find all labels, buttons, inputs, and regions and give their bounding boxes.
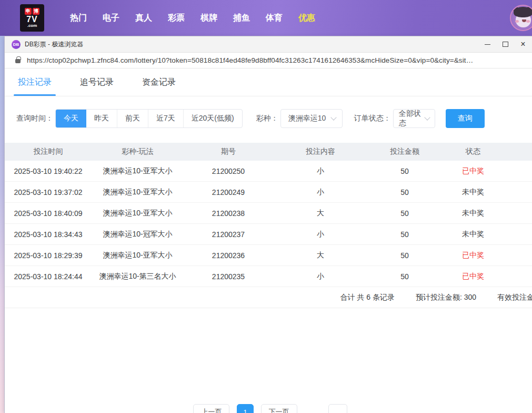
chevron-down-icon bbox=[330, 114, 336, 120]
maximize-icon bbox=[503, 42, 508, 47]
header-cell-5: 投注金额 bbox=[368, 147, 441, 156]
site-logo[interactable]: 申 博 7V .com bbox=[20, 4, 44, 32]
time-option-3[interactable]: 前天 bbox=[117, 110, 148, 127]
cell-content: 小 bbox=[273, 230, 368, 239]
lottery-select[interactable]: 澳洲幸运10 bbox=[280, 109, 343, 128]
summary-valid-amount: 有效投注金额: bbox=[497, 293, 532, 302]
address-bar[interactable]: https://ctop02pchwp1.zfnc84.com/lottery/… bbox=[5, 53, 532, 68]
cell-game: 澳洲幸运10-亚军大小 bbox=[92, 188, 184, 197]
status-select-value: 全部状态 bbox=[399, 109, 421, 128]
next-page-button[interactable]: 下一页 bbox=[261, 404, 297, 413]
header-cell-3: 期号 bbox=[184, 147, 273, 156]
cell-game: 澳洲幸运10-冠军大小 bbox=[92, 230, 184, 239]
cell-amount: 50 bbox=[368, 188, 441, 196]
cell-amount: 50 bbox=[368, 251, 441, 260]
table-row: 2025-03-10 18:24:44澳洲幸运10-第三名大小21200235小… bbox=[5, 266, 532, 287]
window-titlebar[interactable]: DB DB彩票 - 极速浏览器 × bbox=[5, 36, 532, 53]
avatar-blush-icon bbox=[515, 20, 519, 23]
nav-item-3[interactable]: 真人 bbox=[127, 13, 160, 24]
page-jump-input[interactable] bbox=[328, 404, 347, 413]
lock-icon bbox=[15, 59, 21, 63]
cell-content: 大 bbox=[273, 209, 368, 218]
cell-issue: 21200236 bbox=[184, 251, 273, 260]
cell-game: 澳洲幸运10-第三名大小 bbox=[92, 272, 184, 281]
time-range-group: 今天昨天前天近7天近20天(低频) bbox=[55, 109, 243, 128]
cell-content: 小 bbox=[273, 272, 368, 281]
page-1-button[interactable]: 1 bbox=[237, 404, 253, 413]
page-content: 投注记录追号记录资金记录 查询时间： 今天昨天前天近7天近20天(低频) 彩种：… bbox=[5, 68, 532, 308]
minimize-icon bbox=[485, 44, 490, 45]
cell-time: 2025-03-10 18:40:09 bbox=[5, 209, 92, 218]
cell-status: 未中奖 bbox=[441, 209, 505, 218]
time-filter-label: 查询时间： bbox=[16, 114, 53, 123]
time-option-1[interactable]: 今天 bbox=[56, 110, 86, 127]
logo-sub-text: .com bbox=[27, 24, 37, 28]
cell-amount: 50 bbox=[368, 272, 441, 281]
lottery-filter-label: 彩种： bbox=[256, 114, 278, 123]
time-option-5[interactable]: 近20天(低频) bbox=[183, 110, 242, 127]
table-row: 2025-03-10 19:37:02澳洲幸运10-亚军大小21200249小5… bbox=[5, 182, 532, 203]
cell-status: 已中奖 bbox=[441, 166, 505, 176]
window-controls: × bbox=[478, 36, 532, 53]
cell-status: 未中奖 bbox=[441, 188, 505, 197]
cell-time: 2025-03-10 18:34:43 bbox=[5, 230, 92, 239]
pagination: 上一页 1 下一页 bbox=[5, 404, 532, 413]
header-cell-2: 彩种-玩法 bbox=[92, 147, 184, 156]
close-button[interactable]: × bbox=[514, 36, 532, 53]
search-button[interactable]: 查询 bbox=[446, 109, 485, 128]
nav-item-2[interactable]: 电子 bbox=[95, 13, 127, 24]
cell-amount: 50 bbox=[368, 230, 441, 239]
nav-item-8[interactable]: 优惠 bbox=[290, 13, 323, 24]
header-cell-6: 状态 bbox=[441, 147, 505, 156]
cell-game: 澳洲幸运10-亚军大小 bbox=[92, 251, 184, 260]
close-icon: × bbox=[520, 40, 525, 48]
time-option-2[interactable]: 昨天 bbox=[86, 110, 117, 127]
table-body: 2025-03-10 19:40:22澳洲幸运10-亚军大小21200250小5… bbox=[5, 161, 532, 287]
cell-game: 澳洲幸运10-亚军大小 bbox=[92, 209, 184, 218]
status-filter-label: 订单状态： bbox=[354, 114, 391, 123]
header-cell-1: 投注时间 bbox=[5, 147, 92, 156]
tab-1[interactable]: 投注记录 bbox=[18, 77, 52, 96]
table-row: 2025-03-10 19:40:22澳洲幸运10-亚军大小21200250小5… bbox=[5, 161, 532, 182]
nav-item-7[interactable]: 体育 bbox=[258, 13, 290, 24]
record-tabs: 投注记录追号记录资金记录 bbox=[5, 68, 532, 96]
table-row: 2025-03-10 18:34:43澳洲幸运10-冠军大小21200237小5… bbox=[5, 224, 532, 245]
nav-item-1[interactable]: 热门 bbox=[62, 13, 95, 24]
tab-2[interactable]: 追号记录 bbox=[80, 77, 114, 96]
cell-status: 已中奖 bbox=[441, 272, 505, 281]
tab-3[interactable]: 资金记录 bbox=[142, 77, 176, 96]
avatar-blush-icon bbox=[526, 20, 530, 23]
logo-badge-2: 博 bbox=[33, 8, 39, 15]
nav-item-4[interactable]: 彩票 bbox=[160, 13, 193, 24]
status-select[interactable]: 全部状态 bbox=[393, 109, 435, 128]
user-avatar[interactable] bbox=[510, 5, 532, 31]
nav-item-6[interactable]: 捕鱼 bbox=[225, 13, 258, 24]
time-option-4[interactable]: 近7天 bbox=[148, 110, 183, 127]
cell-status: 已中奖 bbox=[441, 251, 505, 260]
cell-time: 2025-03-10 18:24:44 bbox=[5, 272, 92, 281]
logo-badge-1: 申 bbox=[25, 8, 32, 15]
cell-time: 2025-03-10 19:40:22 bbox=[5, 167, 92, 175]
minimize-button[interactable] bbox=[478, 36, 496, 53]
site-favicon-icon: DB bbox=[12, 40, 21, 49]
cell-game: 澳洲幸运10-亚军大小 bbox=[92, 166, 184, 176]
cell-content: 小 bbox=[273, 188, 368, 197]
summary-total: 合计 共 6 条记录 bbox=[340, 293, 395, 302]
cell-amount: 50 bbox=[368, 209, 441, 218]
cell-issue: 21200249 bbox=[184, 188, 273, 196]
window-title: DB彩票 - 极速浏览器 bbox=[25, 40, 83, 49]
browser-window: DB DB彩票 - 极速浏览器 × https://ctop02pchwp1.z… bbox=[4, 36, 532, 413]
maximize-button[interactable] bbox=[496, 36, 514, 53]
table-header: 投注时间彩种-玩法期号投注内容投注金额状态 bbox=[5, 143, 532, 161]
prev-page-button[interactable]: 上一页 bbox=[193, 404, 229, 413]
cell-amount: 50 bbox=[368, 167, 441, 175]
summary-expected-amount: 预计投注金额: 300 bbox=[416, 293, 476, 302]
nav-item-5[interactable]: 棋牌 bbox=[193, 13, 225, 24]
cell-issue: 21200250 bbox=[184, 167, 273, 175]
bet-records-table: 投注时间彩种-玩法期号投注内容投注金额状态 2025-03-10 19:40:2… bbox=[5, 143, 532, 308]
cell-content: 大 bbox=[273, 251, 368, 260]
cell-time: 2025-03-10 19:37:02 bbox=[5, 188, 92, 196]
table-row: 2025-03-10 18:29:39澳洲幸运10-亚军大小21200236大5… bbox=[5, 245, 532, 266]
table-summary: 合计 共 6 条记录 预计投注金额: 300 有效投注金额: bbox=[5, 287, 532, 308]
table-row: 2025-03-10 18:40:09澳洲幸运10-亚军大小21200238大5… bbox=[5, 203, 532, 224]
